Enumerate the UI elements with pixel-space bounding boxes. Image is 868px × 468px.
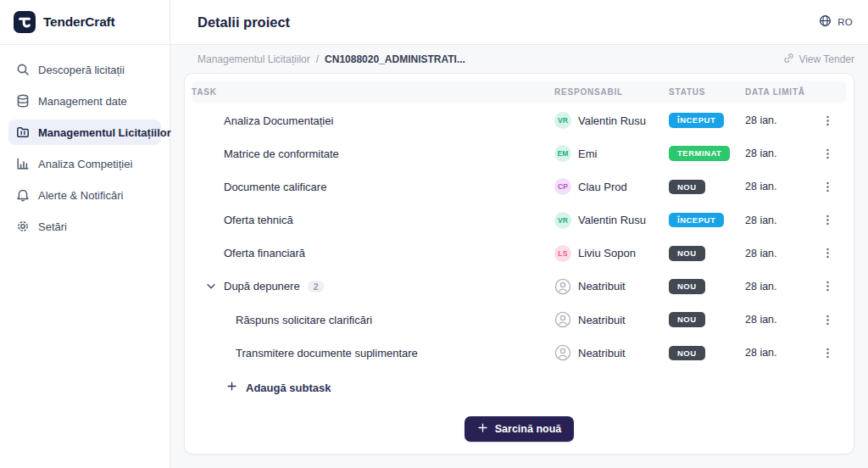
assignee: Neatribuit — [554, 278, 669, 295]
sidebar-menu: Descoperă licitații Management date Mana… — [0, 45, 170, 251]
kebab-menu-icon[interactable] — [821, 113, 836, 128]
column-header-task: TASK — [192, 87, 554, 97]
due-date: 28 ian. — [745, 148, 809, 159]
status-badge[interactable]: ÎNCEPUT — [669, 113, 724, 128]
avatar: VR — [554, 212, 571, 229]
table-row[interactable]: Oferta tehnică VR Valentin Rusu ÎNCEPUT … — [192, 203, 847, 237]
status-badge[interactable]: NOU — [669, 346, 705, 361]
new-task-label: Sarcină nouă — [495, 423, 562, 435]
sidebar-item-setari[interactable]: Setări — [8, 214, 161, 239]
status-badge[interactable]: NOU — [669, 180, 705, 195]
sidebar-item-management-date[interactable]: Management date — [8, 88, 161, 114]
sidebar-item-label: Descoperă licitații — [38, 64, 125, 76]
assignee: VR Valentin Rusu — [554, 212, 669, 229]
assignee-name: Liviu Sopon — [578, 247, 636, 259]
globe-icon — [819, 14, 832, 31]
assignee-name: Neatribuit — [578, 347, 626, 359]
table-row-subtask[interactable]: Transmitere documente suplimentare Neatr… — [192, 337, 847, 370]
add-subtask-button[interactable]: Adaugă subtask — [226, 381, 331, 394]
kebab-menu-icon[interactable] — [821, 345, 836, 360]
view-tender-link[interactable]: View Tender — [783, 53, 854, 66]
avatar: LS — [554, 245, 571, 262]
unassigned-person-icon — [554, 344, 571, 361]
app: TenderCraft Descoperă licitații Manageme… — [0, 0, 868, 468]
assignee-name: Clau Prod — [578, 181, 627, 193]
sidebar-item-managementul-licitatiilor[interactable]: Managementul Licitațiilor — [8, 120, 161, 145]
breadcrumb: Managementul Licitațiilor / CN1088020_AD… — [198, 53, 465, 65]
task-name: Transmitere documente suplimentare — [192, 347, 554, 359]
gear-icon — [16, 220, 30, 233]
plus-icon — [226, 381, 237, 394]
status-badge[interactable]: ÎNCEPUT — [669, 213, 724, 228]
kebab-menu-icon[interactable] — [821, 279, 836, 294]
database-icon — [16, 94, 30, 108]
kebab-menu-icon[interactable] — [821, 312, 836, 327]
task-name: Documente calificare — [192, 181, 554, 193]
status-badge[interactable]: TERMINAT — [669, 146, 730, 161]
breadcrumb-section[interactable]: Managementul Licitațiilor — [198, 53, 310, 65]
breadcrumb-row: Managementul Licitațiilor / CN1088020_AD… — [170, 45, 868, 73]
table-row[interactable]: Matrice de conformitate EM Emi TERMINAT … — [192, 137, 847, 170]
due-date: 28 ian. — [745, 281, 809, 292]
tendercraft-logo-icon — [14, 11, 36, 33]
kebab-menu-icon[interactable] — [821, 246, 836, 261]
assignee: LS Liviu Sopon — [554, 245, 669, 262]
sidebar-item-analiza-competitiei[interactable]: Analiza Competiției — [8, 151, 161, 176]
task-name: Oferta tehnică — [192, 214, 554, 226]
task-name: Răspuns solicitare clarificări — [192, 314, 554, 326]
assignee-name: Neatribuit — [578, 280, 626, 292]
table-row[interactable]: Analiza Documentației VR Valentin Rusu Î… — [192, 103, 847, 136]
add-subtask-label: Adaugă subtask — [246, 382, 331, 394]
brand-logo: TenderCraft — [0, 0, 170, 45]
kebab-menu-icon[interactable] — [821, 213, 836, 228]
sidebar-item-label: Analiza Competiției — [38, 158, 132, 170]
task-name: După depunere — [224, 280, 300, 292]
sidebar-item-descopera-licitatii[interactable]: Descoperă licitații — [8, 57, 161, 82]
status-badge[interactable]: NOU — [669, 312, 705, 327]
plus-icon — [477, 422, 488, 436]
status-badge[interactable]: NOU — [669, 279, 705, 294]
task-name: Oferta financiară — [192, 247, 554, 259]
table-row-subtask[interactable]: Răspuns solicitare clarificări Neatribui… — [192, 304, 847, 337]
new-task-button[interactable]: Sarcină nouă — [465, 416, 575, 442]
unassigned-person-icon — [554, 278, 571, 295]
table-row-group[interactable]: După depunere 2 Neatribuit NOU 28 ian. — [192, 270, 847, 303]
column-header-status: STATUS — [669, 87, 745, 97]
assignee: Neatribuit — [554, 344, 669, 361]
due-date: 28 ian. — [745, 347, 809, 359]
task-table-card: TASK RESPONSABIL STATUS DATA LIMITĂ Anal… — [184, 73, 854, 454]
assignee: VR Valentin Rusu — [554, 112, 669, 129]
language-switcher[interactable]: RO — [819, 14, 853, 31]
brand-name: TenderCraft — [43, 14, 115, 30]
topbar: Detalii proiect RO — [170, 0, 868, 45]
task-name: Analiza Documentației — [192, 114, 554, 127]
kebab-menu-icon[interactable] — [821, 179, 836, 194]
assignee-name: Valentin Rusu — [578, 114, 646, 127]
avatar: VR — [554, 112, 571, 129]
unassigned-person-icon — [554, 311, 571, 328]
subtask-count-badge: 2 — [308, 281, 325, 293]
task-group: După depunere 2 — [192, 280, 554, 292]
bell-icon — [16, 188, 30, 202]
sidebar: TenderCraft Descoperă licitații Manageme… — [0, 0, 170, 468]
search-icon — [16, 63, 30, 76]
page-title: Detalii proiect — [198, 14, 290, 31]
assignee-name: Neatribuit — [578, 314, 626, 326]
sidebar-item-label: Managementul Licitațiilor — [38, 126, 171, 139]
chevron-down-icon[interactable] — [205, 281, 217, 292]
language-code: RO — [837, 17, 853, 27]
assignee: EM Emi — [554, 145, 669, 162]
assignee: Neatribuit — [554, 311, 669, 328]
task-name: Matrice de conformitate — [192, 148, 554, 160]
table-row[interactable]: Oferta financiară LS Liviu Sopon NOU 28 … — [192, 237, 847, 270]
folder-icon — [16, 125, 30, 139]
sidebar-item-alerte-notificari[interactable]: Alerte & Notificări — [8, 182, 161, 208]
view-tender-label: View Tender — [798, 53, 854, 65]
link-icon — [783, 53, 794, 66]
kebab-menu-icon[interactable] — [821, 146, 836, 161]
sidebar-item-label: Management date — [38, 95, 127, 108]
table-row[interactable]: Documente calificare CP Clau Prod NOU 28… — [192, 170, 847, 203]
status-badge[interactable]: NOU — [669, 246, 705, 261]
due-date: 28 ian. — [745, 181, 809, 192]
assignee: CP Clau Prod — [554, 178, 669, 195]
